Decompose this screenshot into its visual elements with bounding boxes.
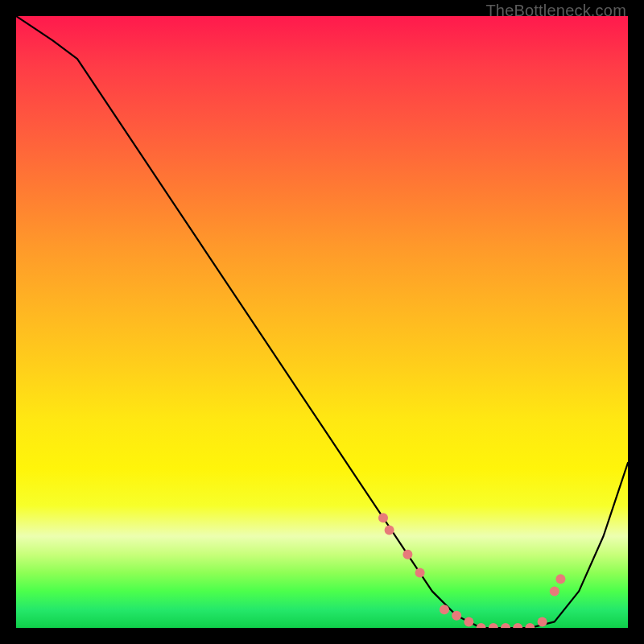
plot-area xyxy=(16,16,628,628)
marker-dot xyxy=(378,513,388,522)
marker-dot xyxy=(501,623,510,628)
marker-dot xyxy=(415,568,425,578)
chart-frame: TheBottleneck.com xyxy=(0,0,644,644)
marker-dot xyxy=(513,623,522,628)
marker-dot xyxy=(402,550,412,559)
marker-dot xyxy=(525,623,535,628)
marker-dot xyxy=(440,605,449,614)
curve-path xyxy=(16,16,628,628)
marker-dot xyxy=(464,617,473,626)
marker-dot xyxy=(489,623,498,628)
marker-dot xyxy=(385,525,394,535)
marker-dot xyxy=(538,617,547,626)
marker-dot xyxy=(477,623,486,628)
marker-dot xyxy=(452,611,461,621)
marker-dot xyxy=(550,586,559,596)
marker-group xyxy=(378,513,565,628)
marker-dot xyxy=(555,574,565,584)
curve-svg xyxy=(16,16,628,628)
